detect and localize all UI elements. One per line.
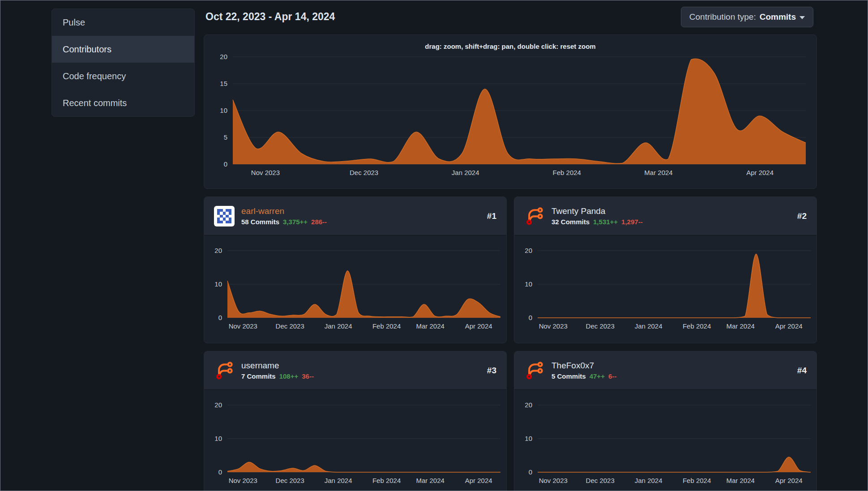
svg-text:Feb 2024: Feb 2024 [372,322,401,330]
svg-text:Jan 2024: Jan 2024 [635,322,663,330]
contributor-name: Twenty Panda [552,206,643,216]
deletions-count: 286-- [311,218,327,226]
contributor-info: Twenty Panda 32 Commits 1,531++ 1,297-- [552,206,643,226]
commit-count: 5 Commits [552,372,586,380]
svg-text:Dec 2023: Dec 2023 [276,477,304,484]
commit-count: 32 Commits [552,218,590,226]
contributor-card: TheFox0x7 5 Commits 47++ 6-- #4 01020Nov… [514,351,817,491]
svg-text:Dec 2023: Dec 2023 [586,322,615,330]
svg-text:10: 10 [525,435,532,442]
contributor-card: username 7 Commits 108++ 36-- #3 01020No… [204,351,507,491]
svg-text:Jan 2024: Jan 2024 [325,477,352,484]
svg-text:20: 20 [525,247,532,254]
svg-text:Mar 2024: Mar 2024 [727,322,755,330]
contributor-card: Twenty Panda 32 Commits 1,531++ 1,297-- … [514,196,817,343]
svg-text:Feb 2024: Feb 2024 [553,169,581,176]
contributor-info: earl-warren 58 Commits 3,375++ 286-- [241,206,327,226]
svg-text:20: 20 [214,401,222,409]
svg-text:20: 20 [525,401,532,409]
rank-badge: #2 [797,211,807,221]
svg-text:Jan 2024: Jan 2024 [452,169,479,176]
svg-text:Apr 2024: Apr 2024 [746,169,774,176]
forgejo-logo-avatar [524,360,545,381]
contribution-type-value: Commits [760,12,796,22]
svg-text:20: 20 [214,247,222,254]
rank-badge: #1 [487,211,496,221]
additions-count: 1,531++ [593,218,618,226]
forgejo-logo-avatar [524,206,545,226]
contributor-info: username 7 Commits 108++ 36-- [241,361,314,380]
svg-text:Jan 2024: Jan 2024 [635,477,663,484]
contributor-card-header: earl-warren 58 Commits 3,375++ 286-- #1 [204,197,506,235]
svg-text:10: 10 [525,280,532,288]
svg-text:Apr 2024: Apr 2024 [465,477,492,484]
forgejo-logo-avatar [214,360,235,381]
contributor-info: TheFox0x7 5 Commits 47++ 6-- [552,361,616,380]
contributor-stats: 58 Commits 3,375++ 286-- [241,218,327,226]
contributor-stats: 7 Commits 108++ 36-- [241,372,314,380]
contributor-stats: 5 Commits 47++ 6-- [552,372,616,380]
additions-count: 3,375++ [283,218,308,226]
svg-text:Mar 2024: Mar 2024 [416,477,445,484]
svg-text:Apr 2024: Apr 2024 [775,322,803,330]
contributors-sidebar-menu: Pulse Contributors Code frequency Recent… [51,9,195,117]
contributor-area-chart[interactable]: 01020Nov 2023Dec 2023Jan 2024Feb 2024Mar… [514,390,817,491]
svg-text:0: 0 [529,468,532,476]
contributions-chart-panel: drag: zoom, shift+drag: pan, double clic… [204,34,817,189]
contributor-card-header: Twenty Panda 32 Commits 1,531++ 1,297-- … [514,197,817,235]
svg-text:Mar 2024: Mar 2024 [416,322,445,330]
contributor-area-chart[interactable]: 01020Nov 2023Dec 2023Jan 2024Feb 2024Mar… [204,390,506,491]
svg-text:Dec 2023: Dec 2023 [586,477,615,484]
contributor-card: earl-warren 58 Commits 3,375++ 286-- #1 … [204,196,507,343]
contribution-type-dropdown[interactable]: Contribution type: Commits [681,7,813,27]
deletions-count: 36-- [302,372,314,380]
contributor-card-header: username 7 Commits 108++ 36-- #3 [204,351,506,390]
svg-text:10: 10 [220,107,227,114]
additions-count: 108++ [279,372,299,380]
svg-text:Mar 2024: Mar 2024 [644,169,672,176]
sidebar-item-pulse[interactable]: Pulse [52,9,194,36]
contribution-type-label: Contribution type: [689,12,756,22]
contributor-area-chart[interactable]: 01020Nov 2023Dec 2023Jan 2024Feb 2024Mar… [204,235,506,343]
svg-text:5: 5 [224,133,227,141]
svg-text:Nov 2023: Nov 2023 [229,322,257,330]
svg-text:0: 0 [218,468,222,476]
contributor-stats: 32 Commits 1,531++ 1,297-- [552,218,643,226]
commit-count: 58 Commits [241,218,279,226]
sidebar-item-contributors[interactable]: Contributors [52,36,194,63]
contributor-card-header: TheFox0x7 5 Commits 47++ 6-- #4 [514,351,817,390]
contributor-name-link[interactable]: earl-warren [241,206,327,216]
svg-text:0: 0 [218,314,222,321]
deletions-count: 1,297-- [621,218,643,226]
svg-text:Feb 2024: Feb 2024 [372,477,401,484]
contributor-name: TheFox0x7 [552,361,616,371]
svg-text:Dec 2023: Dec 2023 [350,169,378,176]
commit-count: 7 Commits [241,372,276,380]
svg-text:10: 10 [214,435,222,442]
date-range-title: Oct 22, 2023 - Apr 14, 2024 [205,11,335,23]
svg-text:0: 0 [224,160,227,168]
contributor-name: username [241,361,314,371]
sidebar-item-recent-commits[interactable]: Recent commits [52,90,194,116]
svg-text:Feb 2024: Feb 2024 [683,477,711,484]
sidebar-item-code-frequency[interactable]: Code frequency [52,63,194,90]
svg-text:20: 20 [220,53,227,60]
contributors-main-content: Oct 22, 2023 - Apr 14, 2024 Contribution… [204,0,817,491]
svg-text:0: 0 [529,314,532,321]
additions-count: 47++ [590,372,605,380]
contributor-area-chart[interactable]: 01020Nov 2023Dec 2023Jan 2024Feb 2024Mar… [514,235,817,343]
svg-text:Apr 2024: Apr 2024 [775,477,803,484]
svg-text:Mar 2024: Mar 2024 [727,477,755,484]
svg-text:10: 10 [214,280,222,288]
svg-text:15: 15 [220,80,227,87]
rank-badge: #3 [487,366,496,376]
svg-text:Nov 2023: Nov 2023 [229,477,257,484]
svg-text:Nov 2023: Nov 2023 [539,322,568,330]
svg-text:Nov 2023: Nov 2023 [539,477,568,484]
svg-text:Apr 2024: Apr 2024 [465,322,492,330]
contributions-area-chart[interactable]: 05101520Nov 2023Dec 2023Jan 2024Feb 2024… [204,35,817,188]
chevron-down-icon [800,16,805,19]
rank-badge: #4 [797,366,807,376]
svg-text:Nov 2023: Nov 2023 [251,169,280,176]
identicon-avatar [214,206,235,226]
